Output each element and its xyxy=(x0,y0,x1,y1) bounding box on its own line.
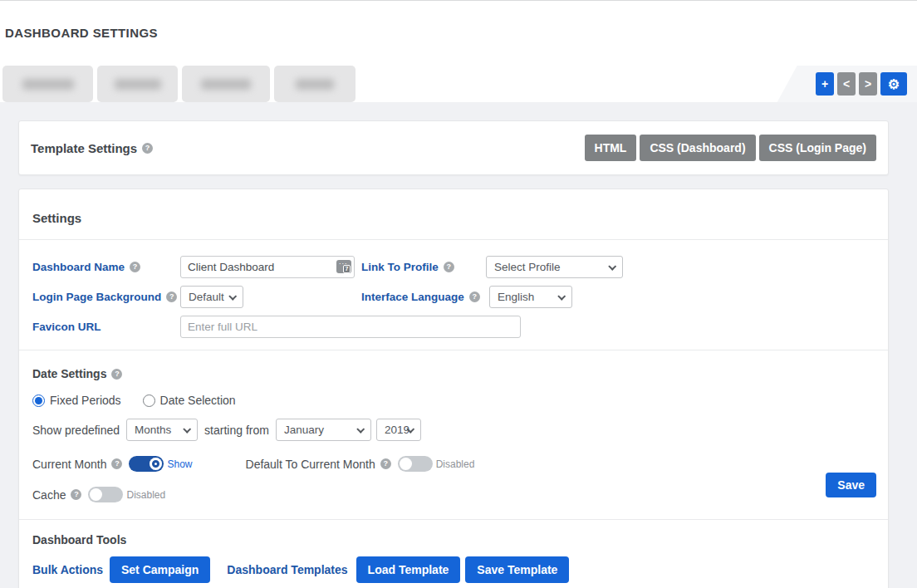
date-selection-label: Date Selection xyxy=(160,394,236,407)
fixed-periods-radio[interactable]: Fixed Periods xyxy=(32,394,121,407)
predefined-period-row: Show predefined Months starting from Jan… xyxy=(31,419,876,441)
dashboard-name-label-wrap: Dashboard Name ? xyxy=(31,261,180,273)
start-year-value: 2019 xyxy=(385,424,409,436)
date-settings-title-wrap: Date Settings ? xyxy=(31,367,876,380)
redacted-tab-label xyxy=(201,79,251,90)
template-settings-title: Template Settings xyxy=(31,141,137,155)
form-row-3: Favicon URL xyxy=(31,315,876,338)
default-to-current-month-state: Disabled xyxy=(436,458,475,470)
help-icon[interactable]: ? xyxy=(469,292,480,302)
divider xyxy=(19,350,888,350)
start-month-select[interactable]: January xyxy=(276,419,371,441)
chevron-right-icon: > xyxy=(865,77,871,91)
login-page-background-label: Login Page Background xyxy=(32,291,161,303)
load-template-button[interactable]: Load Template xyxy=(356,556,461,583)
cache-label: Cache xyxy=(32,488,66,502)
tab-actions: + < > ⚙ xyxy=(763,66,917,102)
help-icon[interactable]: ? xyxy=(71,489,81,500)
form-row-1: Dashboard Name ? ... 7 Link To Profile ? xyxy=(31,255,876,278)
link-to-profile-label: Link To Profile xyxy=(361,261,439,273)
help-icon[interactable]: ? xyxy=(444,262,454,272)
default-to-current-month-label: Default To Current Month xyxy=(246,458,375,471)
dashboard-templates-label: Dashboard Templates xyxy=(227,563,347,576)
chevron-down-icon xyxy=(228,292,237,300)
divider xyxy=(19,519,888,520)
bulk-actions-label: Bulk Actions xyxy=(32,563,110,576)
next-tabs-button[interactable]: > xyxy=(859,72,877,96)
save-button[interactable]: Save xyxy=(826,473,876,497)
interface-language-select[interactable]: English xyxy=(489,286,572,308)
template-buttons: HTML CSS (Dashboard) CSS (Login Page) xyxy=(585,135,876,161)
set-campaign-button[interactable]: Set Campaign xyxy=(110,556,210,583)
top-bar: DASHBOARD SETTINGS xyxy=(0,1,917,66)
radio-unselected-icon xyxy=(143,394,155,407)
settings-title: Settings xyxy=(31,189,876,239)
login-page-background-label-wrap: Login Page Background ? xyxy=(31,291,180,303)
help-icon[interactable]: ? xyxy=(380,458,391,469)
dashboard-tools-row: Bulk Actions Set Campaign Dashboard Temp… xyxy=(31,556,876,583)
current-month-toggle[interactable] xyxy=(129,456,164,472)
plus-icon: + xyxy=(821,77,828,91)
settings-gear-button[interactable]: ⚙ xyxy=(880,72,907,96)
date-mode-radio-group: Fixed Periods Date Selection xyxy=(31,394,876,407)
settings-form: Dashboard Name ? ... 7 Link To Profile ? xyxy=(31,255,876,338)
dashboard-tab-4[interactable] xyxy=(274,66,356,102)
dashboard-tab-2[interactable] xyxy=(97,66,178,102)
help-icon[interactable]: ? xyxy=(166,292,177,302)
dashboard-name-label: Dashboard Name xyxy=(32,261,125,273)
favicon-url-label-wrap: Favicon URL xyxy=(31,321,180,333)
redacted-tab-label xyxy=(296,79,334,90)
settings-card: Settings Dashboard Name ? ... 7 xyxy=(18,189,889,588)
interface-language-value: English xyxy=(498,291,534,303)
divider xyxy=(19,239,888,240)
dashboard-name-input[interactable] xyxy=(180,256,355,278)
cache-toggle[interactable] xyxy=(88,487,123,502)
translate-icon[interactable]: ... 7 xyxy=(336,260,351,273)
favicon-url-label: Favicon URL xyxy=(32,321,101,333)
gear-icon: ⚙ xyxy=(888,76,900,92)
default-to-current-month-toggle[interactable] xyxy=(398,456,433,472)
template-settings-card: Template Settings ? HTML CSS (Dashboard)… xyxy=(18,120,889,175)
help-icon[interactable]: ? xyxy=(130,262,140,272)
dashboard-tab-1[interactable] xyxy=(2,66,93,102)
interface-language-label-wrap: Interface Language ? xyxy=(361,291,486,303)
chevron-down-icon xyxy=(557,292,566,300)
content-area: Template Settings ? HTML CSS (Dashboard)… xyxy=(0,102,917,588)
link-to-profile-value: Select Profile xyxy=(494,261,561,273)
toggle-knob xyxy=(400,458,412,470)
starting-from-label: starting from xyxy=(204,424,269,437)
toggle-knob xyxy=(90,488,102,501)
translate-count-badge: 7 xyxy=(343,265,351,273)
add-dashboard-button[interactable]: + xyxy=(816,72,834,96)
dashboard-tab-3[interactable] xyxy=(182,66,270,102)
period-value: Months xyxy=(135,424,171,436)
redacted-tab-label xyxy=(22,79,74,90)
cache-state: Disabled xyxy=(126,489,165,501)
period-select[interactable]: Months xyxy=(126,419,198,441)
chevron-left-icon: < xyxy=(843,77,850,91)
chevron-down-icon xyxy=(608,262,616,270)
prev-tabs-button[interactable]: < xyxy=(837,72,856,96)
dashboard-tab-bar: + < > ⚙ xyxy=(0,66,917,102)
current-month-state: Show xyxy=(167,458,192,470)
start-year-select[interactable]: 2019 xyxy=(376,419,421,441)
page-title: DASHBOARD SETTINGS xyxy=(0,1,917,40)
show-predefined-label: Show predefined xyxy=(32,424,120,437)
interface-language-label: Interface Language xyxy=(361,291,464,303)
help-icon[interactable]: ? xyxy=(111,369,122,380)
help-icon[interactable]: ? xyxy=(111,458,122,469)
help-icon[interactable]: ? xyxy=(142,143,153,154)
link-to-profile-select[interactable]: Select Profile xyxy=(486,256,623,278)
save-template-button[interactable]: Save Template xyxy=(465,556,569,583)
css-dashboard-button[interactable]: CSS (Dashboard) xyxy=(640,135,755,161)
fixed-periods-label: Fixed Periods xyxy=(50,394,121,407)
html-button[interactable]: HTML xyxy=(585,135,637,161)
radio-selected-icon xyxy=(32,394,45,407)
login-page-background-select[interactable]: Default xyxy=(180,286,243,308)
current-month-row: Current Month ? Show Default To Current … xyxy=(31,456,876,472)
favicon-url-input[interactable] xyxy=(180,316,521,338)
css-login-page-button[interactable]: CSS (Login Page) xyxy=(759,135,876,161)
dashboard-tools-title: Dashboard Tools xyxy=(31,533,876,546)
date-selection-radio[interactable]: Date Selection xyxy=(143,394,236,407)
redacted-tab-label xyxy=(115,79,161,90)
